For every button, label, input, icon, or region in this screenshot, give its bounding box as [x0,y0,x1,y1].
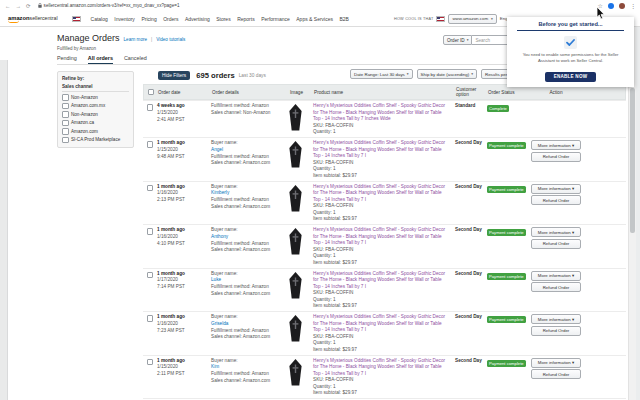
channel-option[interactable]: Amazon.ca [62,120,129,127]
channel-option[interactable]: Non-Amazon [62,94,129,101]
order-count: 695 orders [196,71,234,80]
buyer-name-link[interactable]: Kimberly [211,190,285,197]
buyer-name-link[interactable]: Angel [211,147,285,154]
refund-order-button[interactable]: Refund Order [531,195,581,205]
more-information-button[interactable]: More information ▾ [531,184,581,194]
nav-orders[interactable]: Orders [163,16,178,22]
table-row: 1 month ago 1/15/2020 2:11 PM PST Buyer … [143,355,626,399]
item-subtotal: Item subtotal: $29.97 [313,216,449,223]
marketplace-flag-icon[interactable] [72,16,81,22]
video-tutorials-link[interactable]: Video tutorials [156,37,185,42]
more-information-button[interactable]: More information ▾ [531,314,581,324]
product-image-coffin[interactable] [289,315,302,342]
tab-all-orders[interactable]: All orders [88,55,113,64]
buyer-name-label: Buyer name: [211,227,285,234]
nav-stores[interactable]: Stores [216,16,230,22]
product-quantity: Quantity: 1 [313,210,449,217]
channel-option[interactable]: Non-Amazon [62,111,129,118]
channel-option[interactable]: Amazon.com.mx [62,103,129,110]
more-information-button[interactable]: More information ▾ [531,271,581,281]
tab-pending[interactable]: Pending [57,55,77,64]
col-product-name: Product name [314,90,456,95]
tab-canceled[interactable]: Canceled [124,55,147,64]
checkbox[interactable] [62,128,69,135]
orders-main: Hide Filters 695 orders Last 30 days Dat… [143,68,626,400]
product-title-link[interactable]: Henry's Mysterious Oddities Coffin Shelf… [313,227,449,247]
scrollbar-thumb[interactable] [630,88,635,233]
product-title-link[interactable]: Henry's Mysterious Oddities Coffin Shelf… [313,184,449,204]
select-all-checkbox[interactable] [148,89,155,96]
address-bar[interactable]: sellercentral.amazon.com/orders-v3/ref=x… [38,3,180,8]
checkbox[interactable] [62,94,69,101]
refund-order-button[interactable]: Refund Order [531,152,581,162]
buyer-name-link[interactable]: Kim [211,364,285,371]
more-information-button[interactable]: More information ▾ [531,140,581,150]
reload-icon[interactable]: ⟳ [26,3,31,9]
buyer-name-link[interactable]: Anthony [211,234,285,241]
product-title-link[interactable]: Henry's Mysterious Oddities Coffin Shelf… [313,358,449,378]
product-title-link[interactable]: Henry's Mysterious Oddities Coffin Shelf… [313,314,449,334]
product-image-coffin[interactable] [289,359,302,386]
refund-order-button[interactable]: Refund Order [531,239,581,249]
nav-reports[interactable]: Reports [237,16,255,22]
row-checkbox[interactable] [147,228,154,235]
search-type-dropdown[interactable]: Order ID ▾ [443,35,472,45]
nav-inventory[interactable]: Inventory [114,16,135,22]
amazon-seller-central-logo[interactable]: amazonsellercentral [8,15,58,23]
channel-option[interactable]: Amazon.com [62,128,129,135]
order-age: 1 month ago [157,358,211,365]
enable-now-button[interactable]: ENABLE NOW [545,72,596,82]
customer-option: Standard [455,103,487,137]
nav-advertising[interactable]: Advertising [185,16,210,22]
row-checkbox[interactable] [147,185,154,192]
checkbox[interactable] [62,120,69,127]
extension-icon[interactable] [608,3,614,9]
order-status-badge: Payment complete [487,316,526,323]
checkbox[interactable] [62,111,69,118]
fulfillment-method: Fulfillment method: Amazon [211,371,285,378]
marketplace-switcher[interactable]: www.amazon.com ▾ [448,14,496,24]
nav-pricing[interactable]: Pricing [141,16,156,22]
order-age: 1 month ago [157,184,211,191]
hide-filters-button[interactable]: Hide Filters [158,71,190,80]
learn-more-link[interactable]: Learn more [124,37,148,42]
product-image-coffin[interactable] [289,228,302,255]
product-title-link[interactable]: Henry's Mysterious Oddities Coffin Shelf… [313,103,449,123]
nav-apps-services[interactable]: Apps & Services [296,16,333,22]
browser-menu-icon[interactable]: ⋮ [630,2,636,9]
row-checkbox[interactable] [147,141,154,148]
order-date: 1/15/2020 [157,110,211,117]
refund-order-button[interactable]: Refund Order [531,369,581,379]
product-image-coffin[interactable] [289,272,302,299]
product-title-link[interactable]: Henry's Mysterious Oddities Coffin Shelf… [313,140,449,160]
profile-avatar[interactable] [619,3,625,9]
refund-order-button[interactable]: Refund Order [531,326,581,336]
buyer-name-link[interactable]: Griselda [211,321,285,328]
more-information-button[interactable]: More information ▾ [531,358,581,368]
refund-order-button[interactable]: Refund Order [531,282,581,292]
channel-option[interactable]: SI-CA Prod Marketplace [62,137,129,144]
row-checkbox[interactable] [147,315,154,322]
back-icon[interactable]: ← [5,3,11,9]
nav-catalog[interactable]: Catalog [91,16,108,22]
product-title-link[interactable]: Henry's Mysterious Oddities Coffin Shelf… [313,271,449,291]
nav-b2b[interactable]: B2B [339,16,348,22]
checkbox[interactable] [62,137,69,144]
buyer-name-link[interactable]: Luke [211,277,285,284]
product-sku: SKU: FBA-COFFIN [313,334,449,341]
product-image-coffin[interactable] [289,141,302,168]
product-image-coffin[interactable] [289,104,302,131]
product-image-coffin[interactable] [289,185,302,212]
page-title: Manage Orders [57,33,120,43]
row-checkbox[interactable] [147,104,154,111]
row-checkbox[interactable] [147,359,154,366]
sales-channel-label: Sales channel [62,84,129,92]
more-information-button[interactable]: More information ▾ [531,227,581,237]
page-header: Manage Orders Learn more | Video tutoria… [57,33,185,64]
row-checkbox[interactable] [147,272,154,279]
forward-icon[interactable]: → [16,3,22,9]
checkbox[interactable] [62,103,69,110]
nav-performance[interactable]: Performance [261,16,290,22]
sort-dropdown[interactable]: Ship by date (ascending)▾ [417,69,477,79]
date-range-dropdown[interactable]: Date Range: Last 30 days▾ [350,69,413,79]
